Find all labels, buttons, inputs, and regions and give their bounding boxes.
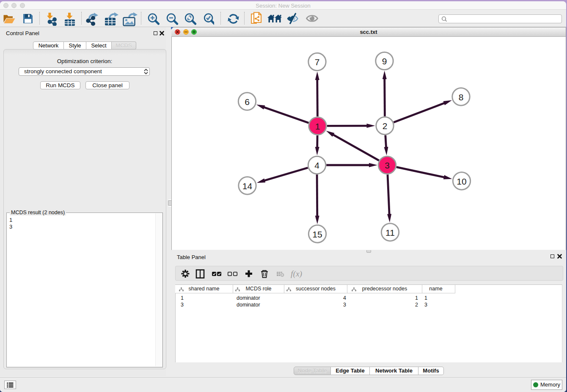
svg-text:15: 15: [312, 229, 322, 239]
svg-text:1: 1: [315, 121, 320, 131]
svg-text:3: 3: [385, 160, 390, 170]
svg-text:10: 10: [457, 177, 466, 186]
svg-text:8: 8: [459, 92, 464, 102]
svg-text:4: 4: [314, 160, 319, 170]
svg-text:9: 9: [382, 56, 387, 66]
svg-text:11: 11: [385, 228, 395, 237]
svg-text:6: 6: [245, 97, 250, 107]
svg-text:7: 7: [315, 57, 320, 67]
svg-text:f(x): f(x): [291, 269, 302, 279]
svg-text:14: 14: [242, 181, 253, 191]
svg-text:2: 2: [383, 121, 388, 131]
